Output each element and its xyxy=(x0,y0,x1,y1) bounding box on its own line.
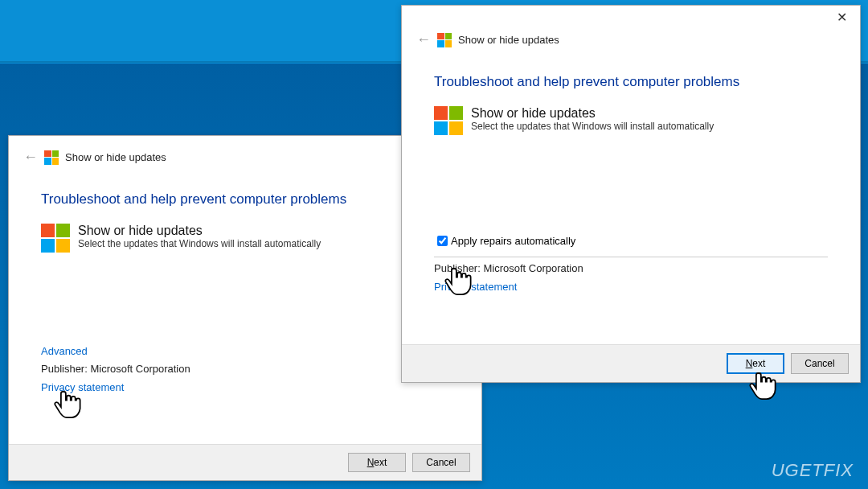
section-title: Show or hide updates xyxy=(78,224,321,238)
back-arrow-icon[interactable]: ← xyxy=(416,31,431,48)
microsoft-logo-icon xyxy=(41,224,70,253)
section-title: Show or hide updates xyxy=(471,106,714,121)
cancel-button[interactable]: Cancel xyxy=(791,353,849,374)
apply-repairs-checkbox[interactable] xyxy=(437,236,448,246)
apply-repairs-checkbox-row[interactable]: Apply repairs automatically xyxy=(434,233,828,249)
close-icon[interactable]: ✕ xyxy=(830,8,854,27)
watermark: UGETFIX xyxy=(772,460,854,481)
publisher-text: Publisher: Microsoft Corporation xyxy=(41,363,449,375)
back-arrow-icon[interactable]: ← xyxy=(23,149,38,166)
microsoft-logo-icon xyxy=(437,33,452,47)
cancel-button[interactable]: Cancel xyxy=(412,453,470,472)
section-description: Select the updates that Windows will ins… xyxy=(78,238,321,249)
button-bar: Next Cancel xyxy=(9,444,481,480)
microsoft-logo-icon xyxy=(44,150,59,165)
advanced-link[interactable]: Advanced xyxy=(41,345,88,357)
privacy-statement-link[interactable]: Privacy statement xyxy=(434,281,517,293)
page-heading: Troubleshoot and help prevent computer p… xyxy=(41,191,449,208)
next-button[interactable]: Next xyxy=(727,353,784,374)
page-heading: Troubleshoot and help prevent computer p… xyxy=(434,74,828,90)
apply-repairs-label: Apply repairs automatically xyxy=(451,235,575,247)
troubleshooter-window-advanced: ✕ ← Show or hide updates Troubleshoot an… xyxy=(401,5,861,383)
privacy-statement-link[interactable]: Privacy statement xyxy=(41,381,124,393)
section-description: Select the updates that Windows will ins… xyxy=(471,121,714,132)
window-title: Show or hide updates xyxy=(65,151,166,163)
window-title: Show or hide updates xyxy=(458,34,559,46)
title-bar: ✕ xyxy=(402,6,860,28)
button-bar: Next Cancel xyxy=(402,344,860,382)
microsoft-logo-icon xyxy=(434,106,463,135)
next-button[interactable]: Next xyxy=(348,453,406,472)
publisher-text: Publisher: Microsoft Corporation xyxy=(434,262,828,274)
divider xyxy=(434,257,828,257)
